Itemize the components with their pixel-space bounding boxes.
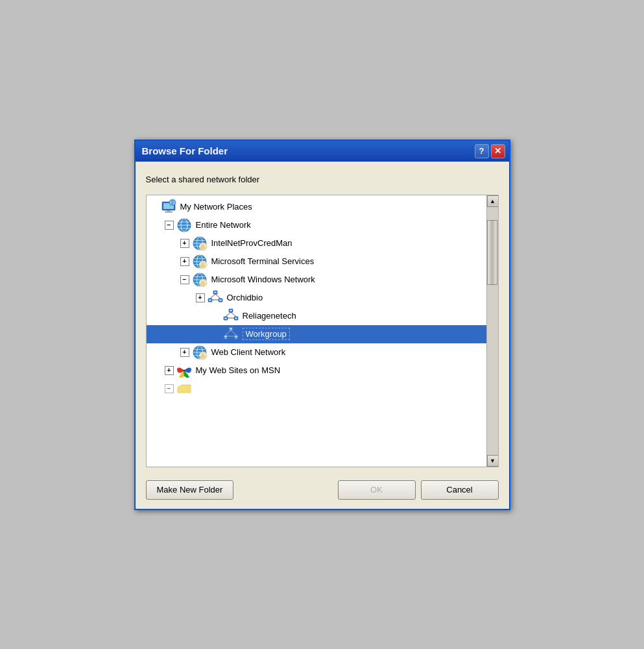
- expand-ms-terminal[interactable]: +: [180, 257, 189, 266]
- svg-rect-49: [219, 302, 221, 302]
- titlebar: Browse For Folder ? ✕: [136, 141, 509, 162]
- svg-line-74: [226, 330, 231, 335]
- svg-rect-66: [230, 328, 232, 330]
- dialog-title: Browse For Folder: [142, 145, 228, 156]
- entire-network-icon: [176, 217, 192, 233]
- svg-rect-69: [224, 336, 227, 337]
- reliagenetech-label: Reliagenetech: [243, 311, 296, 321]
- svg-point-86: [183, 369, 185, 371]
- svg-rect-72: [235, 336, 237, 337]
- tree-view[interactable]: My Network Places − Entire Ne: [147, 195, 486, 467]
- svg-rect-2: [167, 210, 171, 212]
- dialog-buttons: Make New Folder OK Cancel: [136, 475, 509, 509]
- tree-item-partial[interactable]: −: [147, 380, 486, 398]
- ms-windows-net-label: Microsoft Windows Network: [211, 275, 315, 284]
- svg-rect-70: [224, 338, 226, 339]
- ok-cancel-group: OK Cancel: [338, 480, 499, 500]
- tree-item-entire-network[interactable]: − Entire Network: [147, 216, 486, 234]
- tree-item-ms-windows-net[interactable]: −: [147, 271, 486, 289]
- workgroup-icon: [223, 326, 239, 342]
- svg-rect-42: [214, 291, 217, 293]
- dialog-content: Select a shared network folder: [136, 162, 509, 475]
- scroll-track[interactable]: [487, 207, 498, 455]
- expand-partial[interactable]: −: [165, 384, 174, 393]
- titlebar-buttons: ? ✕: [475, 144, 505, 158]
- my-network-label: My Network Places: [180, 202, 252, 212]
- orchidbio-label: Orchidbio: [227, 293, 263, 302]
- scroll-thumb[interactable]: [487, 220, 497, 285]
- tree-item-intelnet[interactable]: +: [147, 234, 486, 252]
- mywebsites-label: My Web Sites on MSN: [196, 365, 281, 375]
- entire-network-label: Entire Network: [196, 220, 251, 230]
- network-places-icon: [161, 199, 176, 215]
- reliagenetech-icon: [223, 308, 239, 324]
- svg-line-50: [210, 294, 215, 299]
- mywebsites-icon: [176, 363, 192, 378]
- tree-item-workgroup[interactable]: Workgroup: [147, 325, 486, 343]
- expand-orchidbio[interactable]: +: [196, 293, 205, 302]
- scroll-down-button[interactable]: ▼: [487, 455, 499, 467]
- expand-mywebsites[interactable]: +: [165, 366, 174, 375]
- webclient-icon: [192, 345, 208, 360]
- expand-ms-windows-net[interactable]: −: [180, 275, 189, 284]
- close-button[interactable]: ✕: [491, 144, 505, 158]
- ms-terminal-icon: [192, 254, 208, 269]
- ms-windows-net-icon: [192, 272, 208, 288]
- ms-terminal-label: Microsoft Terminal Services: [211, 256, 315, 266]
- workgroup-label: Workgroup: [243, 328, 290, 340]
- svg-rect-46: [209, 302, 211, 302]
- svg-line-51: [215, 294, 221, 299]
- browse-for-folder-dialog: Browse For Folder ? ✕ Select a shared ne…: [134, 140, 510, 510]
- svg-rect-73: [235, 338, 237, 339]
- svg-rect-60: [235, 317, 237, 319]
- intelnet-label: IntelNetProvCredMan: [211, 238, 292, 248]
- svg-line-63: [231, 312, 236, 317]
- svg-rect-48: [219, 299, 222, 301]
- tree-item-reliagenetech[interactable]: Reliagenetech: [147, 307, 486, 325]
- scrollbar[interactable]: ▲ ▼: [486, 195, 498, 467]
- ok-button[interactable]: OK: [338, 480, 416, 500]
- tree-item-my-network[interactable]: My Network Places: [147, 198, 486, 216]
- svg-rect-58: [224, 320, 226, 321]
- make-new-folder-button[interactable]: Make New Folder: [146, 480, 234, 500]
- tree-item-ms-terminal[interactable]: +: [147, 252, 486, 271]
- tree-item-orchidbio[interactable]: +: [147, 289, 486, 307]
- svg-rect-54: [230, 310, 232, 312]
- help-button[interactable]: ?: [475, 144, 489, 158]
- svg-line-62: [226, 312, 231, 317]
- tree-item-webclient[interactable]: +: [147, 343, 486, 361]
- svg-rect-57: [224, 317, 227, 319]
- cancel-button[interactable]: Cancel: [421, 480, 499, 500]
- expand-webclient[interactable]: +: [180, 348, 189, 357]
- partial-icon: [176, 381, 192, 397]
- instruction-text: Select a shared network folder: [146, 172, 499, 187]
- svg-rect-3: [165, 212, 173, 213]
- svg-rect-61: [235, 320, 237, 321]
- svg-rect-45: [209, 299, 211, 301]
- webclient-label: Web Client Network: [211, 347, 286, 357]
- scroll-up-button[interactable]: ▲: [487, 195, 499, 207]
- tree-container: My Network Places − Entire Ne: [146, 195, 499, 467]
- expand-entire-network[interactable]: −: [165, 221, 174, 230]
- svg-line-75: [231, 330, 236, 335]
- expand-intelnet[interactable]: +: [180, 239, 189, 248]
- intelnet-icon: [192, 236, 208, 251]
- orchidbio-icon: [208, 290, 223, 306]
- tree-item-mywebsites[interactable]: +: [147, 361, 486, 380]
